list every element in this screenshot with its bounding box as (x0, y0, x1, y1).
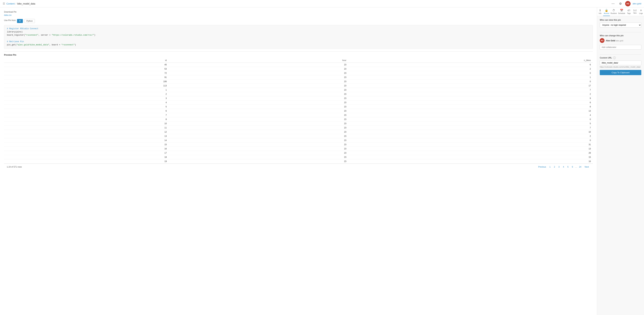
table-row: 62313 (4, 109, 593, 113)
more-options-icon[interactable] (610, 1, 616, 6)
cell-19-1: 23 (169, 143, 348, 147)
page-1[interactable]: 1 (548, 165, 552, 168)
header-right: ⚙ AG alex.gold (610, 1, 641, 6)
table-row: 45236 (4, 63, 593, 67)
prev-button[interactable]: Previous (537, 165, 548, 168)
section-divider-1 (600, 32, 641, 32)
add-collaborator-input[interactable] (600, 45, 641, 50)
tab-schedule[interactable]: 📅 Schedule (618, 7, 626, 16)
cell-0-2: 6 (348, 63, 593, 67)
table-row: 11237 (4, 126, 593, 130)
lang-python-button[interactable]: Python (24, 19, 35, 23)
page-6[interactable]: 6 (570, 165, 574, 168)
breadcrumb-root[interactable]: Content (6, 2, 15, 5)
cell-20-2: 13 (348, 147, 593, 151)
cell-13-2: 0 (348, 117, 593, 122)
col-nbikes: n_bikes (348, 58, 593, 63)
page-4[interactable]: 4 (562, 165, 566, 168)
cell-5-2: 17 (348, 84, 593, 88)
cell-21-1: 23 (169, 151, 348, 155)
custom-url-info-icon[interactable]: i (613, 56, 616, 59)
cell-1-2: 2 (348, 67, 593, 71)
download-pin-label: Download Pin (4, 11, 593, 13)
table-row: 172329 (4, 151, 593, 155)
cell-7-2: 2 (348, 92, 593, 96)
collaborator-name: Alex Gold (606, 39, 615, 42)
url-preview: https://colorado.rstudio.com/rsc/bike_mo… (600, 66, 641, 68)
breadcrumb: Content / bike_model_data (6, 2, 35, 5)
cell-2-0: 72 (4, 71, 169, 75)
tab-info[interactable]: ℹ Info (597, 7, 603, 16)
cell-14-0: 10 (4, 122, 169, 126)
info-tab-icon: ℹ (600, 9, 600, 12)
right-sidebar: ℹ Info 🔒 Access ⏱ Runtime 📅 Schedule 🏷 T… (597, 7, 644, 315)
code-line-6: pin_get("alex.gold/bike_model_data", boa… (7, 43, 590, 46)
cell-1-1: 23 (169, 67, 348, 71)
cell-11-2: 13 (348, 109, 593, 113)
table-row: 5238 (4, 105, 593, 109)
table-row: 1132317 (4, 84, 593, 88)
table-row: 91231 (4, 75, 593, 79)
table-row: 72230 (4, 71, 593, 75)
cell-7-0: 2 (4, 92, 169, 96)
tab-logs[interactable]: ≡ Logs (638, 7, 644, 16)
col-hour: hour (169, 58, 348, 63)
copy-to-clipboard-button[interactable]: Copy To Clipboard (600, 70, 641, 75)
lang-r-button[interactable]: R (17, 19, 23, 23)
breadcrumb-sep: / (16, 2, 16, 5)
cell-12-2: 4 (348, 113, 593, 117)
cell-15-2: 7 (348, 126, 593, 130)
tab-vars[interactable]: {x} Vars (632, 7, 638, 16)
cell-13-0: 8 (4, 117, 169, 122)
avatar[interactable]: AG (625, 1, 630, 6)
cell-17-2: 2 (348, 134, 593, 138)
view-permission-select[interactable]: Anyone - no login required (600, 22, 641, 27)
table-row: 152331 (4, 143, 593, 147)
cell-8-2: 9 (348, 96, 593, 100)
use-pin-row: Use Pin from R Python (4, 19, 593, 23)
cell-9-2: 6 (348, 100, 593, 105)
preview-pin-label: Preview Pin (4, 51, 593, 56)
code-block: # Register RStudio Connect library(pins)… (4, 25, 593, 49)
collaborator-login: alex.gold (616, 40, 623, 42)
cell-4-2: 0 (348, 79, 593, 84)
page-24[interactable]: 24 (578, 165, 582, 168)
tab-runtime[interactable]: ⏱ Runtime (610, 7, 618, 16)
custom-url-header: Custom URL i (600, 56, 641, 59)
table-row: 162313 (4, 147, 593, 151)
next-button[interactable]: Next (583, 165, 590, 168)
download-link[interactable]: data.csv (4, 14, 12, 16)
cell-18-1: 23 (169, 138, 348, 143)
cell-13-1: 23 (169, 117, 348, 122)
cell-5-1: 23 (169, 84, 348, 88)
cell-15-0: 11 (4, 126, 169, 130)
code-line-5: # Retrieve Pin (7, 40, 590, 43)
cell-5-0: 113 (4, 84, 169, 88)
table-row: 10235 (4, 122, 593, 126)
table-row: 122310 (4, 130, 593, 134)
table-row: 3239 (4, 96, 593, 100)
menu-icon[interactable]: ☰ (3, 2, 5, 5)
cell-14-2: 5 (348, 122, 593, 126)
cell-2-1: 23 (169, 71, 348, 75)
page-3[interactable]: 3 (557, 165, 561, 168)
table-row: 182315 (4, 155, 593, 159)
tab-access[interactable]: 🔒 Access (603, 7, 610, 16)
page-5[interactable]: 5 (566, 165, 570, 168)
tab-runtime-label: Runtime (610, 12, 617, 14)
table-row: 2232 (4, 92, 593, 96)
settings-icon[interactable]: ⚙ (618, 1, 623, 6)
custom-url-input[interactable] (600, 60, 641, 65)
cell-3-0: 91 (4, 75, 169, 79)
page-2[interactable]: 2 (553, 165, 556, 168)
col-id: id (4, 58, 169, 63)
cell-0-0: 45 (4, 63, 169, 67)
cell-6-1: 23 (169, 88, 348, 92)
tab-tags[interactable]: 🏷 Tags (626, 7, 632, 16)
svg-point-1 (613, 3, 613, 4)
cell-23-1: 23 (169, 159, 348, 164)
cell-9-1: 23 (169, 100, 348, 105)
tab-access-label: Access (604, 12, 609, 14)
username[interactable]: alex.gold (632, 2, 641, 5)
sidebar-tabs: ℹ Info 🔒 Access ⏱ Runtime 📅 Schedule 🏷 T… (597, 7, 644, 16)
